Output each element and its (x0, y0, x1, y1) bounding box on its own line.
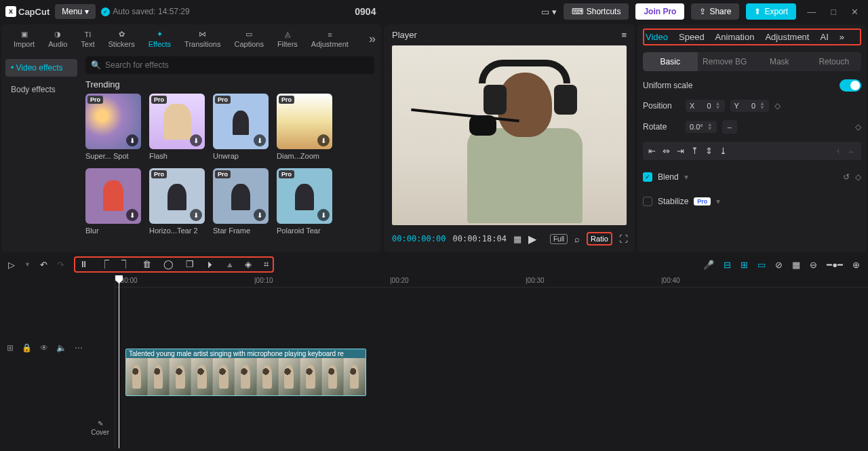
effect-card[interactable]: Pro⬇Unwrap (213, 94, 269, 160)
player-viewport[interactable] (392, 45, 627, 225)
player-menu-icon[interactable]: ≡ (621, 30, 627, 40)
crop-icon[interactable]: ⌗ (264, 259, 269, 270)
tab-filters[interactable]: ◬Filters (271, 27, 304, 51)
subtab-removebg[interactable]: Remove BG (698, 52, 753, 71)
track-more-icon[interactable]: ⋯ (75, 343, 83, 353)
share-button[interactable]: ⇪Share (691, 3, 739, 20)
effect-card[interactable]: Pro⬇Flash (149, 94, 205, 160)
track-lock-icon[interactable]: 🔒 (22, 343, 32, 353)
ratio-preset-icon[interactable]: ▭ ▾ (541, 7, 557, 17)
project-title[interactable]: 0904 (195, 6, 536, 17)
window-minimize[interactable]: — (803, 7, 820, 17)
rotate-input[interactable]: 0.0°▲▼ (686, 121, 717, 133)
shortcuts-button[interactable]: ⌨Shortcuts (564, 3, 629, 20)
menu-button[interactable]: Menu▾ (55, 4, 96, 19)
align-center-h-icon[interactable]: ⇔ (663, 146, 670, 156)
track-mute-icon[interactable]: 🔈 (56, 343, 66, 353)
download-icon[interactable]: ⬇ (126, 134, 138, 146)
stabilize-checkbox[interactable] (643, 197, 652, 206)
download-icon[interactable]: ⬇ (317, 134, 330, 146)
pointer-tool-icon[interactable]: ▷ (8, 260, 15, 270)
fullscreen-icon[interactable]: ⛶ (619, 234, 628, 244)
undo-button[interactable]: ↶ (40, 260, 47, 270)
effect-card[interactable]: Pro⬇Star Frame (213, 168, 269, 235)
position-x-input[interactable]: X 0▲▼ (686, 100, 725, 112)
insp-tab-animation[interactable]: Animation (715, 32, 755, 42)
playhead[interactable] (119, 275, 119, 448)
focus-icon[interactable]: ⌕ (574, 234, 580, 244)
insp-tab-ai[interactable]: AI (820, 32, 828, 42)
align-bottom-icon[interactable]: ⤓ (719, 146, 727, 156)
effect-card[interactable]: ⬇Blur (85, 168, 141, 235)
effect-card[interactable]: Pro⬇Horizo...Tear 2 (149, 168, 205, 235)
linked-icon[interactable]: ⊞ (741, 260, 748, 270)
join-pro-button[interactable]: Join Pro (635, 3, 684, 20)
track-visibility-icon[interactable]: 👁 (40, 343, 48, 353)
track-add-icon[interactable]: ⊞ (7, 343, 14, 353)
zoom-in-icon[interactable]: ⊕ (852, 260, 860, 270)
full-button[interactable]: Full (550, 234, 568, 244)
layout-icon[interactable]: ▦ (792, 260, 800, 270)
tab-audio[interactable]: ◑Audio (41, 27, 74, 51)
trim-left-icon[interactable]: ⎾ (100, 259, 109, 270)
speed-icon[interactable]: ⏵ (206, 259, 215, 270)
effect-card[interactable]: Pro⬇Polaroid Tear (277, 168, 332, 235)
blend-reset-icon[interactable]: ↺ (843, 172, 850, 182)
effect-card[interactable]: Pro⬇Diam...Zoom (277, 94, 332, 160)
insp-tab-speed[interactable]: Speed (679, 32, 705, 42)
insp-tab-video[interactable]: Video (646, 32, 668, 42)
tab-import[interactable]: ▣Import (7, 27, 41, 51)
subtab-basic[interactable]: Basic (643, 52, 698, 71)
subtab-retouch[interactable]: Retouch (807, 52, 862, 71)
download-icon[interactable]: ⬇ (254, 209, 266, 221)
position-keyframe[interactable]: ◇ (774, 101, 781, 111)
tab-captions[interactable]: ▭Captions (227, 27, 270, 51)
marker-icon[interactable]: ◯ (163, 259, 174, 270)
tool-tabs-overflow[interactable]: » (369, 32, 376, 46)
preview-icon[interactable]: ▭ (757, 260, 766, 270)
align-left-icon[interactable]: ⇤ (648, 146, 656, 156)
effect-card[interactable]: Pro⬇Super... Spot (85, 94, 141, 160)
insp-tab-overflow[interactable]: » (840, 32, 844, 42)
tab-transitions[interactable]: ⋈Transitions (178, 27, 227, 51)
delete-icon[interactable]: 🗑 (142, 259, 151, 270)
trim-right-icon[interactable]: ⏋ (121, 259, 130, 270)
subtab-body-effects[interactable]: Body effects (5, 81, 77, 98)
window-maximize[interactable]: □ (827, 7, 840, 17)
download-icon[interactable]: ⬇ (190, 134, 202, 146)
align-top-icon[interactable]: ⤒ (691, 146, 698, 156)
position-y-input[interactable]: Y 0▲▼ (730, 100, 770, 112)
tab-text[interactable]: TIText (74, 28, 101, 51)
track-option-icon[interactable]: ⊘ (775, 260, 783, 270)
align-center-v-icon[interactable]: ⇕ (705, 146, 713, 156)
voiceover-icon[interactable]: 🎤 (703, 260, 714, 270)
cover-button[interactable]: ✎Cover (91, 420, 109, 436)
export-button[interactable]: ⬆Export (746, 3, 796, 20)
insp-tab-adjustment[interactable]: Adjustment (765, 32, 809, 42)
snap-icon[interactable]: ⊟ (724, 260, 731, 270)
search-input[interactable]: 🔍 (85, 56, 374, 74)
timeline-ruler[interactable]: |00:00|00:10|00:20|00:30|00:40 (115, 275, 868, 288)
uniform-scale-toggle[interactable] (840, 79, 861, 92)
subtab-mask[interactable]: Mask (752, 52, 807, 71)
download-icon[interactable]: ⬇ (190, 209, 202, 221)
blend-checkbox[interactable]: ✓ (643, 172, 652, 182)
download-icon[interactable]: ⬇ (126, 209, 138, 221)
zoom-out-icon[interactable]: ⊖ (810, 260, 817, 270)
blend-keyframe[interactable]: ◇ (855, 172, 861, 182)
tab-adjustment[interactable]: ≡Adjustment (304, 28, 355, 51)
grid-icon[interactable]: ▦ (513, 234, 521, 244)
zoom-slider[interactable]: ━●━ (827, 260, 843, 270)
duplicate-icon[interactable]: ❐ (186, 259, 194, 270)
rotate-icon[interactable]: ◈ (245, 259, 252, 270)
download-icon[interactable]: ⬇ (254, 134, 266, 146)
video-clip[interactable]: Talented young male artist singing with … (125, 349, 366, 396)
ratio-button[interactable]: Ratio (587, 232, 612, 246)
rotate-dial[interactable]: – (722, 120, 737, 134)
split-icon[interactable]: ⏸ (79, 259, 88, 270)
mirror-icon[interactable]: ⟁ (227, 259, 233, 270)
tab-stickers[interactable]: ✿Stickers (102, 27, 142, 51)
timeline-tracks[interactable]: |00:00|00:10|00:20|00:30|00:40 Talented … (115, 275, 868, 448)
window-close[interactable]: ✕ (847, 7, 863, 17)
download-icon[interactable]: ⬇ (317, 209, 330, 221)
